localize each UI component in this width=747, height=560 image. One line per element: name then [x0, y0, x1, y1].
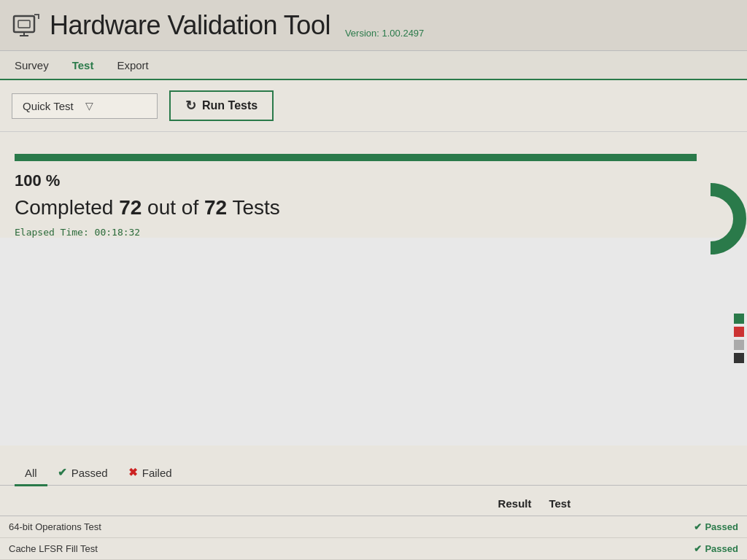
app-version: Version: 1.00.2497 — [345, 28, 424, 43]
legend-dot-other — [734, 340, 744, 350]
passed-label-1: Passed — [705, 521, 738, 532]
tab-passed-label: Passed — [71, 467, 108, 479]
test-result-1 — [369, 516, 540, 538]
tab-failed-label: Failed — [142, 467, 172, 479]
completed-total: 72 — [204, 196, 227, 219]
check-icon-1: ✔ — [694, 521, 702, 532]
svg-rect-0 — [14, 16, 34, 32]
elapsed-time: Elapsed Time: 00:18:32 — [15, 227, 732, 238]
table-row: 64-bit Operations Test ✔ Passed — [0, 516, 747, 538]
svg-point-4 — [711, 190, 740, 248]
table-row: Cache LFSR Fill Test ✔ Passed — [0, 538, 747, 560]
tab-all[interactable]: All — [15, 460, 47, 485]
app-header: Hardware Validation Tool Version: 1.00.2… — [0, 0, 747, 51]
col-name — [0, 491, 369, 516]
svg-rect-1 — [18, 20, 30, 28]
menu-bar: Survey Test Export — [0, 51, 747, 80]
col-result: Result — [369, 491, 540, 516]
check-icon-2: ✔ — [694, 543, 702, 554]
chevron-down-icon: ▽ — [85, 100, 93, 112]
main-content: 100 % Completed 72 out of 72 Tests Elaps… — [0, 132, 747, 238]
test-name-1: 64-bit Operations Test — [0, 516, 369, 538]
menu-survey[interactable]: Survey — [12, 58, 52, 73]
run-tests-label: Run Tests — [202, 99, 258, 112]
completed-of: out of — [142, 196, 204, 219]
menu-test[interactable]: Test — [69, 58, 97, 73]
test-status-1: ✔ Passed — [540, 516, 747, 538]
completed-count: 72 — [119, 196, 142, 219]
test-name-2: Cache LFSR Fill Test — [0, 538, 369, 560]
pie-chart — [711, 182, 747, 255]
test-status-2: ✔ Passed — [540, 538, 747, 560]
legend-dot-passed — [734, 314, 744, 324]
passed-label-2: Passed — [705, 543, 738, 554]
table-divider — [0, 485, 747, 486]
app-icon — [12, 11, 41, 40]
percentage-display: 100 % — [15, 171, 732, 190]
progress-bar-fill — [15, 154, 697, 161]
tab-all-label: All — [25, 467, 37, 479]
test-result-2 — [369, 538, 540, 560]
test-selector-label: Quick Test — [23, 100, 74, 112]
tab-failed[interactable]: ✖ Failed — [118, 460, 182, 485]
failed-x-icon: ✖ — [128, 466, 138, 479]
completed-summary: Completed 72 out of 72 Tests — [15, 196, 732, 219]
bottom-section: All ✔ Passed ✖ Failed Result Test 64-bit… — [0, 446, 747, 560]
completed-suffix: Tests — [227, 196, 280, 219]
results-table: Result Test 64-bit Operations Test ✔ Pas… — [0, 491, 747, 560]
app-title: Hardware Validation Tool — [50, 10, 330, 41]
col-test: Test — [540, 491, 747, 516]
test-selector-dropdown[interactable]: Quick Test ▽ — [12, 93, 158, 119]
run-tests-button[interactable]: ↻ Run Tests — [169, 90, 274, 121]
filter-tabs: All ✔ Passed ✖ Failed — [0, 460, 747, 485]
menu-export[interactable]: Export — [114, 58, 151, 73]
progress-bar-container — [15, 154, 697, 161]
tab-passed[interactable]: ✔ Passed — [47, 460, 118, 485]
toolbar: Quick Test ▽ ↻ Run Tests — [0, 80, 747, 132]
passed-check-icon: ✔ — [58, 466, 67, 479]
legend-dot-unknown — [734, 353, 744, 363]
legend-dot-failed — [734, 327, 744, 337]
chart-legend — [734, 314, 744, 363]
completed-prefix: Completed — [15, 196, 119, 219]
refresh-icon: ↻ — [185, 98, 196, 114]
